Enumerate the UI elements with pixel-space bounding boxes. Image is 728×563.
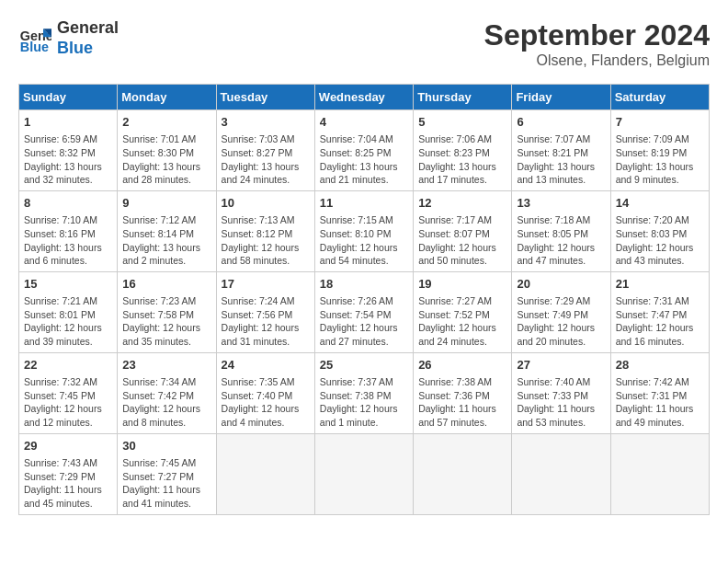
day-cell-10: 10 Sunrise: 7:13 AM Sunset: 8:12 PM Dayl… — [216, 190, 314, 271]
daylight-label: Daylight: 12 hours and 47 minutes. — [517, 242, 595, 267]
sunset-info: Sunset: 7:54 PM — [320, 309, 392, 320]
day-number: 15 — [24, 276, 112, 293]
sunset-info: Sunset: 8:14 PM — [122, 228, 194, 239]
sunset-info: Sunset: 7:52 PM — [418, 309, 490, 320]
sunrise-info: Sunrise: 7:17 AM — [418, 214, 492, 225]
sunrise-info: Sunrise: 7:13 AM — [222, 214, 295, 225]
daylight-label: Daylight: 12 hours and 54 minutes. — [320, 242, 398, 267]
sunrise-info: Sunrise: 7:27 AM — [418, 295, 492, 306]
day-cell-16: 16 Sunrise: 7:23 AM Sunset: 7:58 PM Dayl… — [118, 271, 216, 352]
day-cell-1: 1 Sunrise: 6:59 AM Sunset: 8:32 PM Dayli… — [19, 110, 118, 191]
day-number: 26 — [418, 357, 506, 373]
sunrise-info: Sunrise: 7:29 AM — [517, 295, 590, 306]
day-cell-15: 15 Sunrise: 7:21 AM Sunset: 8:01 PM Dayl… — [19, 271, 118, 352]
daylight-label: Daylight: 12 hours and 24 minutes. — [418, 322, 496, 347]
day-cell-19: 19 Sunrise: 7:27 AM Sunset: 7:52 PM Dayl… — [414, 271, 512, 352]
sunset-info: Sunset: 7:56 PM — [222, 309, 293, 320]
header-friday: Friday — [512, 85, 610, 110]
day-number: 19 — [418, 276, 506, 293]
daylight-label: Daylight: 13 hours and 32 minutes. — [24, 161, 102, 186]
daylight-label: Daylight: 12 hours and 4 minutes. — [222, 403, 300, 428]
sunrise-info: Sunrise: 7:12 AM — [122, 214, 196, 225]
day-number: 4 — [320, 114, 408, 131]
empty-cell — [314, 433, 413, 514]
calendar-week-row: 1 Sunrise: 6:59 AM Sunset: 8:32 PM Dayli… — [19, 110, 710, 191]
day-number: 25 — [320, 357, 408, 373]
sunset-info: Sunset: 8:21 PM — [517, 147, 588, 158]
sunset-info: Sunset: 7:49 PM — [517, 309, 588, 320]
sunset-info: Sunset: 8:05 PM — [517, 228, 588, 239]
calendar-week-row: 22 Sunrise: 7:32 AM Sunset: 7:45 PM Dayl… — [19, 352, 710, 433]
day-number: 14 — [616, 195, 704, 212]
sunset-info: Sunset: 8:30 PM — [122, 147, 194, 158]
sunset-info: Sunset: 7:40 PM — [222, 390, 293, 401]
day-cell-13: 13 Sunrise: 7:18 AM Sunset: 8:05 PM Dayl… — [512, 190, 610, 271]
sunrise-info: Sunrise: 7:45 AM — [122, 457, 196, 468]
day-number: 27 — [517, 357, 605, 373]
page-header: General Blue General Blue September 2024… — [18, 18, 710, 69]
day-number: 20 — [517, 276, 605, 293]
logo-icon: General Blue — [18, 22, 51, 55]
daylight-label: Daylight: 12 hours and 27 minutes. — [320, 322, 398, 347]
calendar-week-row: 15 Sunrise: 7:21 AM Sunset: 8:01 PM Dayl… — [19, 271, 710, 352]
day-number: 7 — [616, 114, 704, 131]
day-cell-24: 24 Sunrise: 7:35 AM Sunset: 7:40 PM Dayl… — [216, 352, 314, 433]
sunrise-info: Sunrise: 7:32 AM — [24, 376, 97, 387]
sunrise-info: Sunrise: 7:15 AM — [320, 214, 393, 225]
daylight-label: Daylight: 11 hours and 57 minutes. — [418, 403, 496, 428]
header-saturday: Saturday — [610, 85, 709, 110]
daylight-label: Daylight: 13 hours and 17 minutes. — [418, 161, 496, 186]
daylight-label: Daylight: 12 hours and 50 minutes. — [418, 242, 496, 267]
sunrise-info: Sunrise: 7:43 AM — [24, 457, 97, 468]
day-number: 3 — [222, 114, 310, 131]
day-cell-18: 18 Sunrise: 7:26 AM Sunset: 7:54 PM Dayl… — [314, 271, 413, 352]
daylight-label: Daylight: 12 hours and 43 minutes. — [616, 242, 694, 267]
calendar-week-row: 8 Sunrise: 7:10 AM Sunset: 8:16 PM Dayli… — [19, 190, 710, 271]
day-cell-30: 30 Sunrise: 7:45 AM Sunset: 7:27 PM Dayl… — [118, 433, 216, 514]
sunrise-info: Sunrise: 7:34 AM — [122, 376, 196, 387]
header-sunday: Sunday — [19, 85, 118, 110]
sunset-info: Sunset: 7:42 PM — [122, 390, 194, 401]
day-number: 17 — [222, 276, 310, 293]
sunset-info: Sunset: 8:19 PM — [616, 147, 688, 158]
sunset-info: Sunset: 8:07 PM — [418, 228, 490, 239]
calendar-header-row: Sunday Monday Tuesday Wednesday Thursday… — [19, 85, 710, 110]
day-number: 13 — [517, 195, 605, 212]
daylight-label: Daylight: 11 hours and 41 minutes. — [122, 484, 200, 509]
day-number: 22 — [24, 357, 112, 373]
sunrise-info: Sunrise: 7:40 AM — [517, 376, 590, 387]
sunrise-info: Sunrise: 7:35 AM — [222, 376, 295, 387]
day-cell-4: 4 Sunrise: 7:04 AM Sunset: 8:25 PM Dayli… — [314, 110, 413, 191]
sunrise-info: Sunrise: 7:26 AM — [320, 295, 393, 306]
day-cell-12: 12 Sunrise: 7:17 AM Sunset: 8:07 PM Dayl… — [414, 190, 512, 271]
sunrise-info: Sunrise: 6:59 AM — [24, 133, 97, 144]
day-number: 23 — [122, 357, 210, 373]
day-number: 24 — [222, 357, 310, 373]
day-cell-14: 14 Sunrise: 7:20 AM Sunset: 8:03 PM Dayl… — [610, 190, 709, 271]
day-number: 5 — [418, 114, 506, 131]
sunrise-info: Sunrise: 7:37 AM — [320, 376, 393, 387]
sunset-info: Sunset: 7:31 PM — [616, 390, 688, 401]
sunset-info: Sunset: 8:27 PM — [222, 147, 293, 158]
sunrise-info: Sunrise: 7:09 AM — [616, 133, 689, 144]
logo: General Blue General Blue — [18, 18, 119, 58]
sunrise-info: Sunrise: 7:10 AM — [24, 214, 97, 225]
daylight-label: Daylight: 13 hours and 9 minutes. — [616, 161, 694, 186]
day-cell-5: 5 Sunrise: 7:06 AM Sunset: 8:23 PM Dayli… — [414, 110, 512, 191]
day-cell-9: 9 Sunrise: 7:12 AM Sunset: 8:14 PM Dayli… — [118, 190, 216, 271]
daylight-label: Daylight: 12 hours and 12 minutes. — [24, 403, 102, 428]
daylight-label: Daylight: 12 hours and 31 minutes. — [222, 322, 300, 347]
daylight-label: Daylight: 12 hours and 20 minutes. — [517, 322, 595, 347]
day-cell-28: 28 Sunrise: 7:42 AM Sunset: 7:31 PM Dayl… — [610, 352, 709, 433]
title-block: September 2024 Olsene, Flanders, Belgium — [484, 18, 710, 69]
sunset-info: Sunset: 8:16 PM — [24, 228, 96, 239]
day-number: 28 — [616, 357, 704, 373]
sunset-info: Sunset: 8:10 PM — [320, 228, 392, 239]
sunrise-info: Sunrise: 7:24 AM — [222, 295, 295, 306]
day-cell-25: 25 Sunrise: 7:37 AM Sunset: 7:38 PM Dayl… — [314, 352, 413, 433]
header-wednesday: Wednesday — [314, 85, 413, 110]
header-thursday: Thursday — [414, 85, 512, 110]
sunset-info: Sunset: 8:12 PM — [222, 228, 293, 239]
day-number: 21 — [616, 276, 704, 293]
sunset-info: Sunset: 8:03 PM — [616, 228, 688, 239]
